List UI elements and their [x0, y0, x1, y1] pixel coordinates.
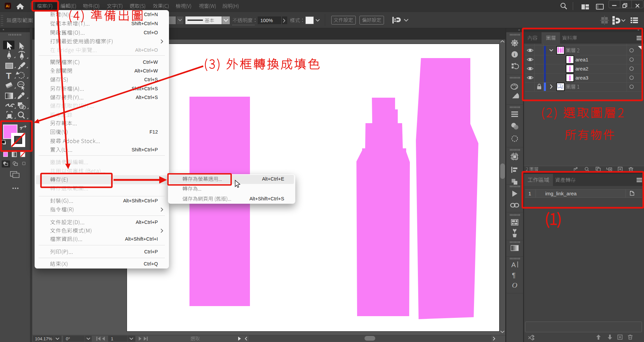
- svg-text:area3: area3: [575, 75, 588, 81]
- svg-text:Alt+Shift+Ctrl+S: Alt+Shift+Ctrl+S: [249, 196, 284, 201]
- svg-text:area2: area2: [575, 66, 588, 71]
- svg-text:area1: area1: [575, 57, 588, 62]
- svg-text:Ai: Ai: [6, 4, 9, 8]
- svg-text:Alt+Ctrl+O: Alt+Ctrl+O: [135, 47, 158, 53]
- svg-text:«: «: [3, 28, 4, 31]
- svg-text:A: A: [511, 261, 516, 268]
- svg-text:Shift+Ctrl+N: Shift+Ctrl+N: [131, 21, 158, 26]
- svg-text:«: «: [518, 29, 520, 32]
- svg-text:Ctrl+W: Ctrl+W: [143, 59, 158, 65]
- svg-text:O: O: [512, 281, 517, 289]
- svg-text:Alt+Ctrl+S: Alt+Ctrl+S: [136, 95, 158, 100]
- svg-text:Alt+Ctrl+W: Alt+Ctrl+W: [134, 68, 158, 74]
- svg-text:F12: F12: [149, 129, 158, 135]
- svg-text:Ctrl+O: Ctrl+O: [144, 30, 158, 35]
- svg-text:100%: 100%: [260, 18, 273, 23]
- svg-text:1: 1: [528, 191, 531, 196]
- svg-text:Alt+Ctrl+P: Alt+Ctrl+P: [136, 219, 158, 225]
- svg-text:Ctrl+N: Ctrl+N: [144, 12, 158, 17]
- svg-text:1: 1: [111, 336, 113, 341]
- svg-text:Ctrl+Q: Ctrl+Q: [144, 261, 158, 266]
- svg-text:T: T: [6, 71, 11, 81]
- svg-text:i: i: [514, 52, 515, 57]
- svg-text:Alt+Shift+Ctrl+I: Alt+Shift+Ctrl+I: [125, 236, 158, 242]
- svg-text:Ctrl+P: Ctrl+P: [144, 249, 158, 254]
- svg-text:104.17%: 104.17%: [35, 336, 52, 341]
- svg-text:Alt+Ctrl+E: Alt+Ctrl+E: [262, 176, 284, 182]
- svg-text:Shift+Ctrl+P: Shift+Ctrl+P: [132, 147, 158, 152]
- svg-text:¶: ¶: [512, 272, 516, 279]
- svg-text:img_link_area: img_link_area: [545, 191, 577, 196]
- svg-text:0°: 0°: [66, 336, 70, 341]
- svg-text:Alt+Shift+Ctrl+P: Alt+Shift+Ctrl+P: [123, 198, 158, 203]
